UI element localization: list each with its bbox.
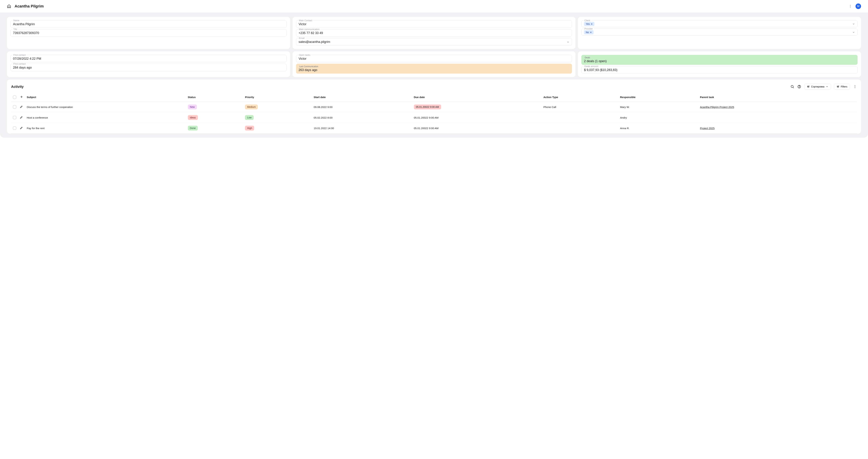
activity-title: Activity bbox=[11, 85, 790, 89]
deals-card: Deals 2 deals (1 open) Deals amount $ 9,… bbox=[578, 51, 861, 77]
sort-label: Сортировка bbox=[811, 85, 825, 88]
col-status[interactable]: Status bbox=[186, 93, 243, 102]
col-priority[interactable]: Priority bbox=[243, 93, 312, 102]
email-label: Email bbox=[298, 37, 305, 39]
action-type-cell bbox=[541, 112, 618, 123]
activity-header: Activity Сортировка Filters bbox=[11, 84, 857, 90]
home-icon[interactable] bbox=[7, 4, 11, 8]
sort-button[interactable]: Сортировка bbox=[804, 84, 831, 90]
header-bar: Acantha Pilgrim M bbox=[0, 0, 868, 13]
svg-line-4 bbox=[793, 87, 794, 88]
col-responsible[interactable]: Responsible bbox=[618, 93, 698, 102]
sliders-icon bbox=[807, 85, 810, 88]
start-date-cell: 19.01.2022 14:00 bbox=[312, 123, 412, 133]
row-checkbox[interactable] bbox=[13, 126, 16, 130]
last-comm-field[interactable]: Last Communication 263 days ago bbox=[296, 64, 572, 73]
add-row-icon[interactable] bbox=[20, 95, 23, 99]
deals-label: Deals bbox=[584, 56, 855, 59]
status-badge: New bbox=[188, 104, 197, 110]
responsible-cell: Andry bbox=[618, 112, 698, 123]
deals-amount-label: Deals amount bbox=[584, 65, 599, 67]
client-label: Client bbox=[584, 19, 591, 22]
edit-icon[interactable] bbox=[20, 126, 23, 129]
email-field[interactable]: Email sales@acantha.pilgrim bbox=[296, 38, 572, 45]
edit-icon[interactable] bbox=[20, 105, 23, 108]
action-type-cell bbox=[541, 123, 618, 133]
flags-card: Client Yes ✕ Provider No ✕ bbox=[578, 17, 861, 49]
first-contact-field[interactable]: First contact 07/28/2022 4:22 PM bbox=[10, 55, 287, 62]
row-checkbox[interactable] bbox=[13, 105, 16, 109]
responsible-cell: Mary W. bbox=[618, 102, 698, 112]
more-menu-icon[interactable] bbox=[853, 85, 857, 89]
deals-amount-field[interactable]: Deals amount $ 9,037,93 ($10,283,83) bbox=[581, 66, 858, 73]
col-start-date[interactable]: Start date bbox=[312, 93, 412, 102]
col-action-type[interactable]: Action Type bbox=[541, 93, 618, 102]
open-tasks-field[interactable]: Open tasks Victor bbox=[296, 55, 572, 62]
edit-icon[interactable] bbox=[20, 116, 23, 119]
filters-label: Filters bbox=[841, 85, 847, 88]
last-comm-label: Last Communication bbox=[299, 65, 569, 68]
action-type-cell: Phone Call bbox=[541, 102, 618, 112]
first-contact-ago-field[interactable]: First contact 284 days ago bbox=[10, 64, 287, 71]
parent-task-link[interactable]: Project 2025 bbox=[700, 127, 715, 130]
deals-value: 2 deals (1 open) bbox=[584, 59, 855, 64]
client-chip-remove-icon[interactable]: ✕ bbox=[591, 23, 593, 25]
provider-chip-text: No bbox=[586, 31, 589, 34]
first-contact-value: 07/28/2022 4:22 PM bbox=[13, 56, 284, 61]
first-contact-ago-label: First contact bbox=[13, 62, 26, 65]
sliders-icon bbox=[837, 85, 839, 88]
col-parent-task[interactable]: Parent task bbox=[698, 93, 857, 102]
main-contact-field[interactable]: Main Contact Victor bbox=[296, 20, 572, 28]
svg-point-12 bbox=[809, 86, 809, 86]
provider-label: Provider bbox=[584, 27, 593, 30]
status-badge: Ideas bbox=[188, 115, 198, 120]
priority-badge: High bbox=[245, 126, 254, 130]
row-checkbox[interactable] bbox=[13, 116, 16, 119]
priority-badge: Medium bbox=[245, 104, 258, 110]
subject-cell: Pay for the rent bbox=[25, 123, 186, 133]
client-field[interactable]: Client Yes ✕ bbox=[581, 20, 858, 27]
col-due-date[interactable]: Due date bbox=[412, 93, 542, 102]
activity-card: Activity Сортировка Filters bbox=[7, 80, 861, 133]
parent-task-link[interactable]: Acantha Piligrim Project 2025 bbox=[700, 105, 734, 109]
name-label: Name bbox=[13, 19, 20, 22]
due-date-text: 05.01.20022 9:00 AM bbox=[414, 116, 439, 119]
select-all-checkbox[interactable] bbox=[13, 95, 16, 99]
tin-label: TIN bbox=[13, 28, 18, 31]
tin-field[interactable]: TIN 739376287309370 bbox=[10, 29, 287, 37]
identity-card: Name Acantha Pilgrim TIN 739376287309370 bbox=[7, 17, 290, 49]
svg-point-6 bbox=[799, 87, 799, 88]
content-area: Name Acantha Pilgrim TIN 739376287309370… bbox=[0, 13, 868, 137]
table-row: Pay for the rent Done High 19.01.2022 14… bbox=[11, 123, 857, 133]
name-field[interactable]: Name Acantha Pilgrim bbox=[10, 20, 287, 28]
provider-chip[interactable]: No ✕ bbox=[584, 30, 593, 34]
deals-field[interactable]: Deals 2 deals (1 open) bbox=[581, 55, 858, 65]
main-comm-label: Main communication bbox=[298, 28, 320, 31]
table-row: Host a conference Ideas Low 05.02.2022 8… bbox=[11, 112, 857, 123]
main-comm-field[interactable]: Main communication +235 77 82 33 49 bbox=[296, 29, 572, 37]
provider-chip-remove-icon[interactable]: ✕ bbox=[590, 31, 592, 34]
client-chip-text: Yes bbox=[586, 23, 590, 25]
table-header-row: Subject Status Priority Start date Due d… bbox=[11, 93, 857, 102]
help-icon[interactable] bbox=[797, 85, 801, 89]
more-menu-icon[interactable] bbox=[848, 4, 852, 8]
chevron-down-icon bbox=[567, 41, 569, 43]
due-date-badge: 05.01.20022 9:00 AM bbox=[414, 104, 441, 110]
email-value: sales@acantha.pilgrim bbox=[299, 39, 567, 44]
user-avatar[interactable]: M bbox=[856, 3, 861, 9]
tasks-card: Open tasks Victor Last Communication 263… bbox=[292, 51, 576, 77]
col-subject[interactable]: Subject bbox=[25, 93, 186, 102]
last-comm-value: 263 days ago bbox=[299, 68, 569, 72]
tin-value: 739376287309370 bbox=[13, 31, 284, 35]
svg-point-8 bbox=[807, 86, 808, 87]
svg-point-16 bbox=[838, 87, 838, 87]
main-contact-label: Main Contact bbox=[298, 19, 313, 22]
svg-point-18 bbox=[838, 86, 839, 86]
provider-field[interactable]: Provider No ✕ bbox=[581, 29, 858, 36]
header-actions: M bbox=[848, 3, 861, 9]
client-chip[interactable]: Yes ✕ bbox=[584, 22, 594, 26]
chevron-down-icon bbox=[826, 85, 828, 88]
filters-button[interactable]: Filters bbox=[834, 84, 850, 90]
search-icon[interactable] bbox=[790, 85, 794, 89]
timing-card: First contact 07/28/2022 4:22 PM First c… bbox=[7, 51, 290, 77]
